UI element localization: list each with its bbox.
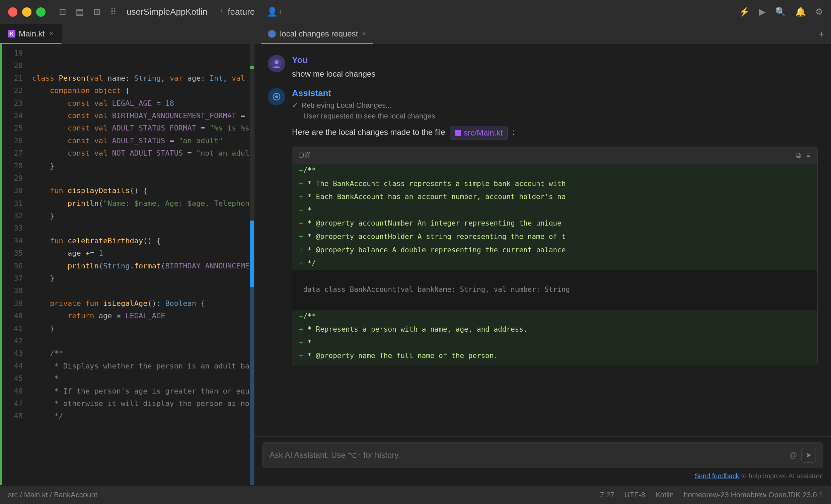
diff-label: Diff: [299, 151, 310, 160]
svg-point-1: [270, 32, 274, 36]
traffic-lights: [8, 7, 46, 17]
diff-line: + *: [292, 336, 817, 350]
code-line: companion object {: [27, 84, 254, 97]
code-line: const val LEGAL_AGE = 18: [27, 97, 254, 110]
diff-line: + * @property accountHolder A string rep…: [292, 230, 817, 244]
code-line: * Displays whether the person is an adul…: [27, 360, 254, 372]
titlebar-icons: ⊟ ▤ ⊞ ⠿: [59, 7, 116, 17]
file-ref-label: src/Main.kt: [464, 127, 503, 139]
cursor-position: 7:27: [600, 491, 614, 499]
minimize-button[interactable]: [22, 7, 31, 17]
search-icon[interactable]: 🔍: [775, 7, 786, 17]
scroll-thumb[interactable]: [250, 220, 254, 287]
assistant-message: Assistant ✓ Retrieving Local Changes... …: [268, 88, 818, 365]
diff-line: +/**: [292, 310, 817, 323]
code-line: [27, 335, 254, 347]
assistant-sender-label: Assistant: [292, 88, 818, 98]
assistant-avatar: [268, 88, 285, 106]
diff-line: + * Each BankAccount has an account numb…: [292, 190, 817, 204]
ai-tab-close[interactable]: ×: [362, 30, 366, 37]
code-content[interactable]: class Person(val name: String, var age: …: [27, 44, 254, 485]
diff-line: + * @property name The full name of the …: [292, 349, 817, 363]
feedback-area: Send feedback to help improve AI assista…: [262, 472, 823, 480]
close-button[interactable]: [8, 7, 18, 17]
svg-point-3: [275, 60, 279, 64]
file-ref-icon: [455, 130, 461, 136]
code-line: const val BIRTHDAY_ANNOUNCEMENT_FORMAT =…: [27, 110, 254, 122]
sidebar-toggle-icon[interactable]: ⊟: [59, 7, 66, 17]
runtime: homebrew-23 Homebrew OpenJDK 23.0.1: [684, 491, 823, 499]
code-line: private fun isLegalAge(): Boolean {: [27, 297, 254, 309]
status-bar: src / Main.kt / BankAccount 7:27 UTF-8 K…: [0, 485, 831, 504]
code-line: * otherwise it will display the person a…: [27, 397, 254, 410]
code-line: return age ≥ LEGAL_AGE: [27, 309, 254, 322]
diff-line: + * @property balance A double represent…: [292, 244, 817, 257]
code-line: [27, 222, 254, 234]
bell-icon[interactable]: 🔔: [795, 7, 806, 17]
ai-tab-local-changes[interactable]: local changes request ×: [261, 24, 373, 44]
feedback-suffix: to help improve AI assistant: [739, 472, 823, 480]
editor-tab-main[interactable]: K Main.kt ×: [0, 24, 62, 44]
settings-icon[interactable]: ⚙: [815, 7, 823, 17]
code-line: [27, 59, 254, 71]
status-line-sub: User requested to see the local changes: [292, 112, 818, 120]
titlebar-right-icons: ⚡ ▶ 🔍 🔔 ⚙: [739, 7, 823, 17]
editor-tab-close[interactable]: ×: [49, 30, 53, 37]
maximize-button[interactable]: [36, 7, 46, 17]
user-message: You show me local changes: [268, 55, 818, 80]
copy-icon[interactable]: ⧉: [796, 151, 801, 160]
feedback-link[interactable]: Send feedback: [694, 472, 739, 480]
diff-line: data class BankAccount(val bankName: Str…: [292, 283, 817, 297]
new-chat-button[interactable]: +: [819, 29, 824, 39]
status-retrieving-text: Retrieving Local Changes...: [301, 101, 392, 110]
chat-input-row: @ ➤: [262, 442, 823, 468]
input-area: @ ➤ Send feedback to help improve AI ass…: [254, 436, 831, 485]
project-name: userSimpleAppKotlin: [126, 7, 207, 17]
code-line: [27, 285, 254, 297]
code-line: const val ADULT_STATUS_FORMAT = "%s is %…: [27, 122, 254, 134]
ai-tab-icon: [268, 30, 276, 38]
assistant-intro: Here are the local changes made to the f…: [292, 126, 818, 140]
file-reference[interactable]: src/Main.kt: [450, 126, 508, 140]
code-line: [27, 172, 254, 184]
diff-line: +/**: [292, 164, 817, 177]
send-button[interactable]: ➤: [801, 448, 816, 463]
code-line: [27, 47, 254, 59]
ai-tab-bar: local changes request × +: [254, 24, 831, 44]
lightning-icon[interactable]: ⚡: [739, 7, 750, 17]
layout-icon[interactable]: ▤: [76, 7, 84, 17]
diff-settings-icon[interactable]: ≡: [806, 151, 810, 160]
line-numbers: 19 20 21 22 23 24 25 26 27 28 29 30 31 3…: [0, 44, 27, 485]
ai-panel: local changes request × + You show me lo: [254, 24, 831, 485]
code-line: */: [27, 410, 254, 422]
diff-line: + *: [292, 204, 817, 217]
editor-panel: K Main.kt × 19 20 21 22 23 24 25 26 27 2…: [0, 24, 254, 485]
branch-selector[interactable]: ⑂ feature: [221, 7, 255, 17]
code-line: println(String.format(BIRTHDAY_ANNOUNCEM…: [27, 260, 254, 272]
diff-line: + * @property age The age of the person …: [292, 363, 817, 365]
chat-input[interactable]: [269, 450, 785, 460]
split-icon[interactable]: ⊞: [93, 7, 101, 17]
code-line: }: [27, 272, 254, 285]
code-line: println("Name: $name, Age: $age, Telepho…: [27, 197, 254, 209]
diff-line: + * @property accountNumber An integer r…: [292, 217, 817, 230]
at-icon[interactable]: @: [789, 450, 797, 460]
status-sub-text: User requested to see the local changes: [303, 112, 435, 120]
code-line: age += 1: [27, 247, 254, 259]
breadcrumb: src / Main.kt / BankAccount: [8, 491, 97, 499]
dots-icon[interactable]: ⠿: [110, 7, 116, 17]
add-member-icon[interactable]: 👤+: [267, 7, 283, 17]
main-layout: K Main.kt × 19 20 21 22 23 24 25 26 27 2…: [0, 24, 831, 485]
code-line: *: [27, 372, 254, 385]
diff-line: + * Represents a person with a name, age…: [292, 323, 817, 336]
diff-line: [292, 270, 817, 284]
code-line: fun displayDetails() {: [27, 184, 254, 197]
user-message-content: You show me local changes: [292, 55, 818, 80]
assistant-message-content: Assistant ✓ Retrieving Local Changes... …: [292, 88, 818, 365]
status-line-retrieving: ✓ Retrieving Local Changes...: [292, 101, 818, 110]
diff-header: Diff ⧉ ≡: [292, 147, 817, 164]
code-line: }: [27, 322, 254, 335]
run-icon[interactable]: ▶: [759, 7, 766, 17]
svg-point-6: [275, 95, 278, 98]
file-icon: K: [8, 30, 16, 37]
